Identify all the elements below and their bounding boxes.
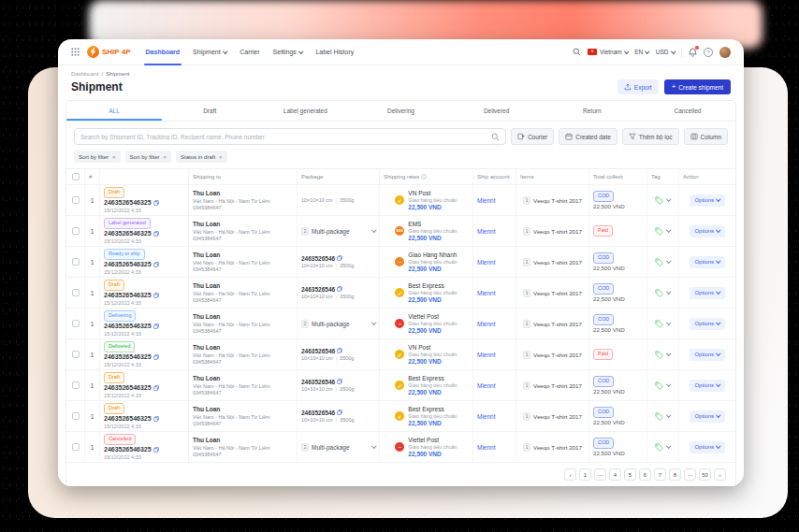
nav-item-shipment[interactable]: Shipment [193,39,226,65]
filter-chip[interactable]: Sort by filter × [74,151,121,163]
copy-icon[interactable] [153,293,159,298]
language-select[interactable]: EN [634,49,649,55]
tag-cell[interactable] [647,401,679,431]
more-filters-button[interactable]: Thêm bộ lọc [622,128,679,145]
options-button[interactable]: Options [690,441,724,453]
tag-cell[interactable] [647,432,679,462]
copy-icon[interactable] [337,410,342,415]
options-button[interactable]: Options [690,318,724,330]
tag-cell[interactable] [647,309,679,338]
remove-chip-icon[interactable]: × [164,154,167,160]
options-button[interactable]: Options [690,287,724,299]
tab-draft[interactable]: Draft [162,101,257,121]
pagination-page[interactable]: 8 [669,468,681,481]
tab-return[interactable]: Return [545,101,640,121]
ship-account-link[interactable]: Miennt [477,228,512,235]
user-avatar[interactable] [719,47,731,58]
multi-package-toggle[interactable]: 2 Multi-package [301,227,375,236]
notifications-bell-icon[interactable] [689,48,697,57]
ship-account-link[interactable]: Miennt [477,197,512,204]
pagination-page[interactable]: 7 [654,468,666,481]
row-checkbox[interactable] [72,320,80,327]
options-button[interactable]: Options [690,410,724,423]
pagination-prev[interactable]: ‹ [564,468,576,481]
create-shipment-button[interactable]: + Create shipment [664,79,731,94]
breadcrumb-home[interactable]: Dashboard [71,71,98,77]
select-all-checkbox[interactable] [72,173,80,180]
options-button[interactable]: Options [690,349,724,361]
pagination-page[interactable]: 4 [609,468,621,481]
copy-icon[interactable] [153,354,159,360]
pagination-ellipsis[interactable]: ⋯ [684,468,696,481]
tag-cell[interactable] [647,216,679,246]
copy-icon[interactable] [153,385,159,391]
export-button[interactable]: Export [617,79,659,94]
help-icon[interactable]: ? [704,48,713,57]
tag-cell[interactable] [647,185,679,215]
app-grid-icon[interactable] [71,48,80,56]
ship-account-link[interactable]: Miennt [477,413,512,420]
copy-icon[interactable] [153,416,159,422]
tag-cell[interactable] [647,370,679,400]
pagination-page[interactable]: 5 [624,468,636,481]
search-icon[interactable] [491,133,500,141]
row-checkbox[interactable] [72,196,80,204]
app-logo[interactable]: SHIP 4P [87,46,131,58]
pagination-page[interactable]: 6 [639,468,651,481]
tag-cell[interactable] [647,339,679,369]
options-button[interactable]: Options [690,256,724,268]
options-button[interactable]: Options [690,194,724,207]
ship-account-link[interactable]: Miennt [477,321,512,327]
remove-chip-icon[interactable]: × [112,154,116,160]
copy-icon[interactable] [153,200,159,206]
remove-chip-icon[interactable]: × [219,154,223,160]
copy-icon[interactable] [337,379,342,384]
options-button[interactable]: Options [690,225,724,237]
nav-item-carrier[interactable]: Carrier [240,39,259,65]
tab-cancelled[interactable]: Cancelled [640,101,735,121]
search-input[interactable] [80,134,487,140]
row-checkbox[interactable] [72,351,80,358]
ship-account-link[interactable]: Miennt [477,382,512,389]
tag-cell[interactable] [647,247,679,277]
tag-cell[interactable] [647,278,679,308]
row-checkbox[interactable] [72,227,80,235]
created-date-filter-button[interactable]: Created date [559,128,617,145]
multi-package-toggle[interactable]: 2 Multi-package [301,443,375,452]
tab-delivered[interactable]: Delivered [449,101,545,121]
copy-icon[interactable] [337,286,342,292]
courier-filter-button[interactable]: Courier [511,128,554,145]
search-icon[interactable] [573,48,581,56]
row-checkbox[interactable] [72,443,80,451]
nav-item-settings[interactable]: Settings [273,39,303,65]
copy-icon[interactable] [153,262,159,267]
copy-icon[interactable] [337,348,342,353]
copy-icon[interactable] [153,447,159,453]
copy-icon[interactable] [153,324,159,329]
pagination-ellipsis[interactable]: ⋯ [594,468,606,481]
country-select[interactable]: ★ Vietnam [588,49,628,55]
pagination-next[interactable]: › [714,468,726,481]
pagination-page[interactable]: 1 [579,468,591,481]
tab-label-generated[interactable]: Label generated [257,101,353,121]
options-button[interactable]: Options [690,380,724,392]
filter-chip[interactable]: Status in draft × [176,151,227,163]
nav-item-label-history[interactable]: Label History [315,39,354,65]
tab-all[interactable]: ALL [66,101,162,121]
info-icon[interactable] [421,174,427,180]
currency-select[interactable]: USD [656,49,675,55]
column-settings-button[interactable]: Column [684,128,728,145]
row-checkbox[interactable] [72,258,80,266]
nav-item-dashboard[interactable]: Dashboard [146,39,181,65]
row-checkbox[interactable] [72,412,80,420]
ship-account-link[interactable]: Miennt [477,290,512,296]
row-checkbox[interactable] [72,289,80,296]
pagination-page[interactable]: 50 [699,468,711,481]
tab-delivering[interactable]: Delivering [353,101,448,121]
multi-package-toggle[interactable]: 2 Multi-package [301,320,375,328]
row-checkbox[interactable] [72,381,80,389]
ship-account-link[interactable]: Miennt [477,352,512,358]
copy-icon[interactable] [153,231,159,237]
ship-account-link[interactable]: Miennt [477,259,512,266]
ship-account-link[interactable]: Miennt [477,444,512,451]
